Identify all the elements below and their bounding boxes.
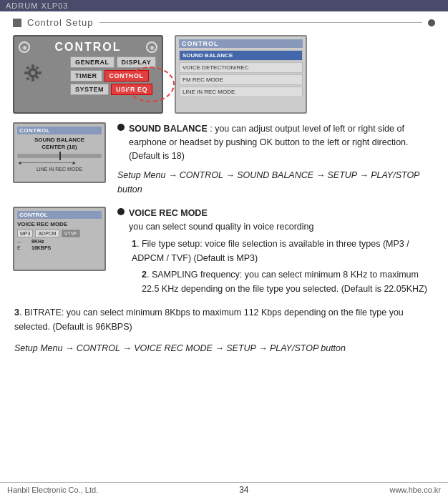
svg-rect-4 (24, 72, 29, 74)
screen-header-left: ◉ CONTROL ◉ (19, 41, 157, 54)
sound-balance-screen-title: SOUND BALANCECENTER (18) (17, 137, 102, 152)
section-header: Control Setup (13, 17, 435, 28)
voice-opt-mp3[interactable]: MP3 (17, 230, 33, 237)
btn-user-eq[interactable]: USER EQ (111, 84, 152, 95)
sound-balance-bottom-label: LINE IN REC MODE (17, 167, 102, 172)
sound-balance-setup-path: Setup Menu → CONTROL → SOUND BALANCE → S… (117, 168, 435, 197)
voice-detail-val-2: 16KBPS (31, 245, 51, 250)
voice-rec-intro: you can select sound quality in voice re… (129, 222, 313, 232)
voice-detail-row-1: --- 8KHz (17, 239, 102, 244)
footer-bar: Hanbil Electronic Co., Ltd. 34 www.hbe.c… (0, 482, 448, 497)
voice-item-1: 1. File type setup: voice file selection… (132, 237, 435, 265)
voice-detail-row-2: E 16KBPS (17, 245, 102, 250)
slider-mark (59, 152, 61, 160)
sound-balance-screen: CONTROL SOUND BALANCECENTER (18) ◄──────… (13, 122, 106, 183)
device-screen-left: ◉ CONTROL ◉ (13, 35, 163, 114)
bottom-path-text: Setup Menu → CONTROL → VOICE REC MODE → … (14, 343, 346, 353)
slider-arrows: ◄──────────────► (17, 160, 102, 165)
sound-balance-description: SOUND BALANCE : you can adjust output le… (129, 122, 435, 162)
sound-balance-slider[interactable] (17, 154, 102, 158)
voice-rec-screen-title: VOICE REC MODE (17, 221, 102, 227)
section-header-dot (428, 19, 435, 26)
circle-icon-left: ◉ (19, 41, 30, 53)
voice-detail-label-1: --- (17, 239, 29, 244)
sound-balance-bullet: SOUND BALANCE : you can adjust output le… (117, 122, 435, 162)
circle-icon-right: ◉ (146, 41, 157, 53)
svg-rect-8 (26, 77, 30, 81)
mid-row: CONTROL SOUND BALANCECENTER (18) ◄──────… (13, 122, 435, 197)
sound-balance-label: SOUND BALANCE (129, 124, 208, 134)
gear-icons (19, 61, 44, 84)
button-row-2: TIMER CONTROL (70, 70, 156, 82)
device-screen-right: CONTROL SOUND BALANCE VOICE DETECTION/RE… (175, 35, 307, 114)
voice-numbered-list: 1. File type setup: voice file selection… (132, 237, 435, 296)
btn-display[interactable]: DISPLAY (117, 56, 157, 68)
voice-num-2: 2 (142, 270, 147, 280)
right-screen-header: CONTROL (179, 39, 303, 48)
btn-general[interactable]: GENERAL (70, 56, 115, 68)
btn-timer[interactable]: TIMER (70, 70, 102, 82)
lower-row: CONTROL VOICE REC MODE MP3 ADPCM VTVF --… (13, 207, 435, 298)
voice-options-row: MP3 ADPCM VTVF (17, 230, 102, 237)
voice-bullet-dot (117, 208, 125, 215)
svg-rect-2 (31, 64, 34, 69)
voice-rec-screen: CONTROL VOICE REC MODE MP3 ADPCM VTVF --… (13, 207, 106, 271)
bottom-note-num: 3 (14, 307, 19, 318)
button-grid: GENERAL DISPLAY TIMER CONTROL SYSTEM USE… (70, 56, 156, 95)
footer-website: www.hbe.co.kr (389, 486, 441, 494)
section-header-line (99, 22, 423, 23)
screen-title-left: CONTROL (30, 41, 146, 54)
svg-rect-3 (31, 77, 34, 82)
voice-detail-val-1: 8KHz (31, 239, 44, 244)
btn-system[interactable]: SYSTEM (70, 84, 109, 95)
bottom-setup-path: Setup Menu → CONTROL → VOICE REC MODE → … (14, 341, 434, 355)
sound-balance-text-block: SOUND BALANCE : you can adjust output le… (117, 122, 435, 197)
button-row-1: GENERAL DISPLAY (70, 56, 156, 68)
bottom-note: 3. BITRATE: you can select minimum 8Kbps… (13, 305, 435, 355)
gear-icon-1 (21, 61, 44, 84)
voice-opt-adpcm[interactable]: ADPCM (35, 230, 59, 237)
sound-balance-path-text: Setup Menu → CONTROL → SOUND BALANCE → S… (117, 170, 419, 195)
voice-num-1: 1 (132, 239, 137, 249)
menu-item-sound-balance[interactable]: SOUND BALANCE (179, 50, 303, 61)
screen-body-left: GENERAL DISPLAY TIMER CONTROL SYSTEM USE… (19, 56, 157, 95)
section-header-icon (13, 19, 21, 27)
menu-item-line-in-rec[interactable]: LINE IN REC MODE (179, 87, 303, 97)
svg-point-1 (31, 71, 35, 75)
top-row: ◉ CONTROL ◉ (13, 35, 435, 114)
voice-opt-vtvf[interactable]: VTVF (62, 230, 80, 237)
btn-control[interactable]: CONTROL (104, 70, 149, 82)
svg-rect-5 (37, 72, 42, 74)
svg-rect-6 (26, 66, 30, 70)
header-bar: ADRUM XLP03 (0, 0, 448, 11)
main-content: Control Setup ◉ CONTROL ◉ (0, 11, 448, 384)
menu-item-fm-rec[interactable]: FM REC MODE (179, 74, 303, 85)
voice-item-2: 2. SAMPLING frequency: you can select mi… (142, 267, 435, 296)
bottom-note-text: . BITRATE: you can select minimum 8Kbps … (14, 307, 404, 332)
footer-page-number: 34 (239, 485, 248, 495)
section-title: Control Setup (27, 17, 94, 28)
voice-bullet: VOICE REC MODE you can select sound qual… (117, 207, 435, 234)
menu-item-voice-detection[interactable]: VOICE DETECTION/REC (179, 62, 303, 73)
voice-detail-label-2: E (17, 245, 29, 250)
voice-rec-text-block: VOICE REC MODE you can select sound qual… (117, 207, 435, 298)
header-title: ADRUM XLP03 (6, 1, 68, 10)
voice-rec-label: VOICE REC MODE (129, 208, 208, 218)
voice-rec-description: VOICE REC MODE you can select sound qual… (129, 207, 313, 234)
footer-company: Hanbil Electronic Co., Ltd. (7, 486, 98, 494)
bullet-dot (117, 124, 125, 131)
sound-balance-screen-header: CONTROL (17, 127, 102, 134)
button-row-3: SYSTEM USER EQ (70, 84, 156, 95)
voice-rec-screen-header: CONTROL (17, 211, 102, 219)
